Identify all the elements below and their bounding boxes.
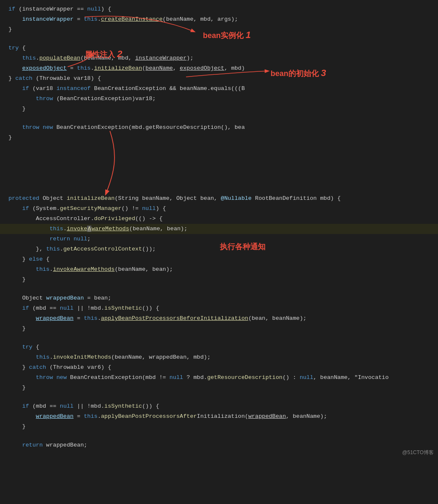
code-line: } catch (Throwable var6) {: [0, 362, 438, 373]
code-line: this.invokeAwareMethods(beanName, bean);: [0, 224, 438, 234]
code-line: this.populateBean(beanName, mbd, instanc…: [0, 53, 438, 63]
code-line: if (instanceWrapper == null) {: [0, 4, 438, 14]
code-line: protected Object initializeBean(String b…: [0, 193, 438, 204]
code-line: wrappedBean = this.applyBeanPostProcesso…: [0, 411, 438, 422]
code-line: }: [0, 324, 438, 334]
code-line: }: [0, 25, 438, 35]
code-line: }: [0, 133, 438, 143]
code-line: this.invokeInitMethods(beanName, wrapped…: [0, 352, 438, 362]
code-line: if (mbd == null || !mbd.isSynthetic()) {: [0, 303, 438, 313]
code-line: wrappedBean = this.applyBeanPostProcesso…: [0, 313, 438, 324]
code-line: Object wrappedBean = bean;: [0, 293, 438, 303]
code-line: throw (BeanCreationException)var18;: [0, 94, 438, 104]
code-line: throw new BeanCreationException(mbd != n…: [0, 373, 438, 383]
code-line: AccessController.doPrivileged(() -> {: [0, 214, 438, 224]
code-line: this.invokeAwareMethods(beanName, bean);: [0, 264, 438, 275]
code-line: if (var18 instanceof BeanCreationExcepti…: [0, 84, 438, 94]
code-line: exposedObject = this.initializeBean(bean…: [0, 63, 438, 74]
code-line: } else {: [0, 254, 438, 264]
code-line: }: [0, 104, 438, 114]
code-line: }: [0, 422, 438, 432]
code-line: }, this.getAccessControlContext());: [0, 244, 438, 254]
code-line: instanceWrapper = this.createBeanInstanc…: [0, 14, 438, 25]
code-line: try {: [0, 43, 438, 53]
code-line: if (mbd == null || !mbd.isSynthetic()) {: [0, 401, 438, 411]
code-view: if (instanceWrapper == null) { instanceW…: [0, 0, 438, 459]
code-line: } catch (Throwable var18) {: [0, 74, 438, 84]
watermark: @51CTO博客: [402, 449, 434, 456]
code-line: }: [0, 275, 438, 285]
code-line: return null;: [0, 234, 438, 244]
code-line: try {: [0, 342, 438, 352]
code-line: if (System.getSecurityManager() != null)…: [0, 204, 438, 214]
code-line: return wrappedBean;: [0, 440, 438, 450]
code-line: }: [0, 383, 438, 393]
code-line: throw new BeanCreationException(mbd.getR…: [0, 123, 438, 133]
